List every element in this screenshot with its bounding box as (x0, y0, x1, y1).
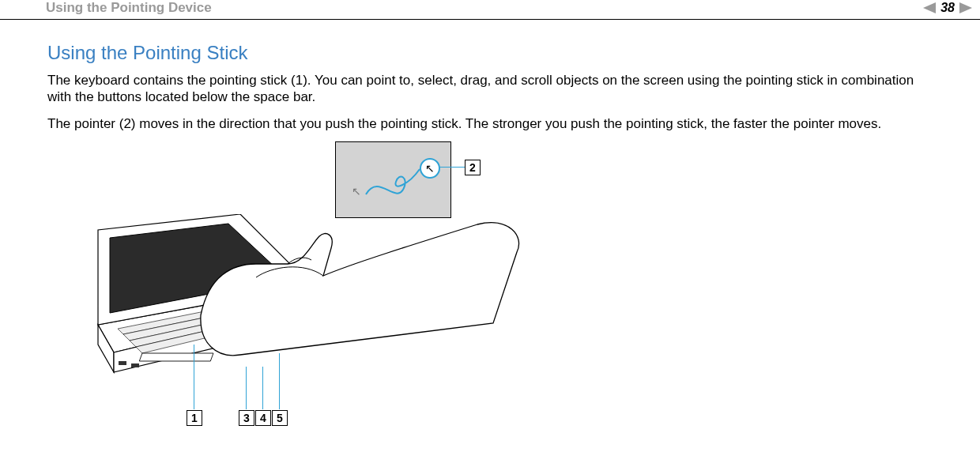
callout-label-1: 1 (187, 410, 202, 426)
prev-page-icon[interactable] (923, 2, 936, 13)
screen-inset: ↖ ↖ (335, 141, 451, 218)
cursor-ghost-icon: ↖ (352, 185, 361, 198)
callout-leader-2 (439, 167, 465, 168)
page-navigation: 38 (923, 1, 972, 15)
callout-label-4: 4 (255, 410, 271, 426)
page-content: Using the Pointing Stick The keyboard co… (0, 20, 980, 426)
paragraph-1: The keyboard contains the pointing stick… (47, 72, 933, 106)
paragraph-2: The pointer (2) moves in the direction t… (47, 115, 933, 132)
chapter-title: Using the Pointing Device (46, 0, 212, 16)
callout-label-3: 3 (239, 410, 254, 426)
section-heading: Using the Pointing Stick (47, 42, 933, 64)
callout-leader-4 (262, 367, 263, 409)
callout-leader-3 (246, 367, 247, 409)
page-header: Using the Pointing Device 38 (0, 0, 980, 20)
next-page-icon[interactable] (959, 2, 972, 13)
svg-rect-11 (131, 363, 139, 367)
cursor-path-icon (364, 164, 423, 204)
page-number: 38 (940, 1, 955, 15)
svg-rect-10 (119, 361, 126, 365)
figure: ↖ ↖ 2 1 3 4 5 (82, 141, 651, 426)
callout-label-2: 2 (465, 160, 481, 175)
callout-label-5: 5 (272, 410, 288, 426)
cursor-highlight-icon: ↖ (420, 158, 440, 179)
hand-illustration (193, 220, 525, 371)
